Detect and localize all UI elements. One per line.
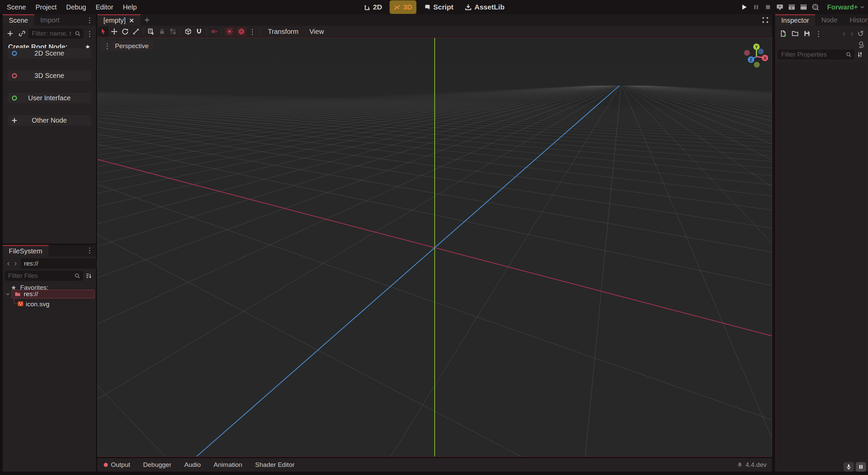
expand-viewport-icon[interactable] [758, 17, 772, 23]
list-select-button[interactable] [146, 27, 156, 36]
history-back-icon[interactable]: ‹ [840, 29, 848, 38]
filesystem-tabbar: FileSystem ⋮ [3, 245, 96, 256]
nav-forward-icon[interactable]: › [12, 259, 19, 268]
output-panel-button[interactable]: Output [97, 461, 137, 469]
scene-toolbar-menu-icon[interactable]: ⋮ [83, 30, 94, 37]
play-button[interactable] [740, 3, 749, 12]
search-icon [846, 51, 852, 58]
stop-button[interactable] [764, 3, 772, 12]
renderer-dropdown[interactable]: Forward+ [827, 3, 865, 11]
filter-properties-input[interactable] [778, 49, 854, 60]
use-snap-button[interactable] [194, 27, 204, 36]
close-icon[interactable]: ✕ [129, 17, 134, 24]
scene-dock-menu-icon[interactable]: ⋮ [83, 17, 96, 24]
play-current-scene-button[interactable] [787, 3, 796, 12]
viewport-3d[interactable]: ⋮ Perspective Y X Z [97, 38, 772, 457]
gizmo-x-label: X [764, 56, 766, 61]
version-info[interactable]: 4.4.dev [737, 461, 772, 469]
movie-maker-button[interactable] [811, 3, 820, 12]
menu-debug[interactable]: Debug [61, 0, 91, 14]
pause-overlay-button[interactable] [856, 462, 866, 472]
filesystem-path-input[interactable] [21, 259, 111, 269]
new-scene-tab-button[interactable]: + [140, 14, 154, 26]
filter-files-input[interactable] [5, 271, 83, 281]
gizmo-z-label: Z [750, 58, 752, 62]
select-mode-button[interactable] [98, 27, 108, 36]
lock-selected-button[interactable] [157, 27, 167, 36]
rotate-mode-button[interactable] [120, 27, 130, 36]
group-selected-button[interactable] [168, 27, 178, 36]
filesystem-menu-icon[interactable]: ⋮ [83, 247, 96, 254]
filesystem-filter-row [3, 270, 96, 281]
scene-tab-label: [empty] [103, 17, 126, 24]
menu-help[interactable]: Help [118, 0, 141, 14]
save-icon[interactable] [802, 29, 812, 38]
load-resource-folder-icon[interactable] [790, 29, 800, 38]
create-root-3d-button[interactable]: 3D Scene [7, 70, 91, 81]
tab-2d[interactable]: 2D [359, 0, 386, 14]
gizmo-neg-y-ball[interactable] [754, 62, 760, 68]
view-gizmo[interactable]: Y X Z [738, 38, 775, 75]
audio-panel-button[interactable]: Audio [178, 461, 208, 469]
add-node-icon[interactable] [5, 29, 15, 38]
menu-project[interactable]: Project [31, 0, 61, 14]
preview-environment-button[interactable] [236, 27, 246, 36]
filesystem-nav: ‹ › [3, 258, 96, 269]
tab-node[interactable]: Node [815, 14, 844, 26]
tab-2d-label: 2D [373, 3, 382, 11]
scene-dock-tabbar: Scene Import ⋮ [3, 14, 96, 26]
play-scene-button[interactable] [775, 3, 784, 12]
view-menu[interactable]: View [304, 26, 329, 37]
chevron-down-icon[interactable] [5, 292, 10, 296]
tab-import-dock[interactable]: Import [34, 14, 66, 26]
play-custom-scene-button[interactable] [799, 3, 808, 12]
microphone-button[interactable] [844, 462, 854, 472]
tab-script[interactable]: Script [420, 0, 458, 14]
pause-button[interactable] [752, 3, 761, 12]
tab-3d[interactable]: 3D [390, 0, 416, 14]
view-menu-chip[interactable]: ⋮ Perspective [100, 41, 153, 51]
create-root-2d-button[interactable]: 2D Scene [7, 48, 91, 59]
open-docs-icon[interactable] [858, 41, 865, 48]
window-left-edge [0, 14, 3, 475]
object-history-icon[interactable]: ↺ [856, 29, 865, 38]
scene-tab-empty[interactable]: [empty] ✕ [97, 14, 140, 26]
menu-scene[interactable]: Scene [2, 0, 31, 14]
instance-scene-link-icon[interactable] [17, 29, 27, 38]
scale-mode-button[interactable] [131, 27, 141, 36]
preview-sunlight-button[interactable] [224, 27, 235, 36]
output-dot-icon [104, 463, 108, 467]
preview-camera-button[interactable] [209, 27, 219, 36]
gizmo-neg-z-ball[interactable] [758, 49, 764, 55]
tab-assetlib[interactable]: AssetLib [461, 0, 509, 14]
file-sort-icon[interactable] [83, 271, 94, 281]
debugger-panel-button[interactable]: Debugger [137, 461, 178, 469]
tab-filesystem[interactable]: FileSystem [3, 245, 48, 256]
menu-editor[interactable]: Editor [91, 0, 118, 14]
move-mode-button[interactable] [109, 27, 119, 36]
tab-strip-row: Scene Import ⋮ [empty] ✕ + Inspector Nod… [0, 14, 868, 26]
3d-axes-icon [394, 4, 400, 11]
toolbar-separator [222, 28, 222, 35]
nav-back-icon[interactable]: ‹ [5, 259, 12, 268]
sun-env-settings-icon[interactable]: ⋮ [247, 28, 258, 35]
tab-inspector[interactable]: Inspector [775, 14, 815, 26]
tab-scene-dock[interactable]: Scene [3, 14, 34, 26]
window-bottom-edge [0, 472, 868, 475]
gizmo-neg-x-ball[interactable] [744, 50, 750, 56]
output-label: Output [111, 461, 130, 469]
resource-menu-icon[interactable]: ⋮ [812, 30, 825, 37]
transform-menu[interactable]: Transform [262, 26, 304, 37]
create-root-other-button[interactable]: Other Node [7, 115, 91, 126]
tree-row-icon-svg[interactable]: icon.svg [3, 300, 96, 308]
use-local-space-button[interactable] [183, 27, 193, 36]
create-root-ui-button[interactable]: User Interface [7, 93, 91, 103]
new-resource-icon[interactable] [778, 29, 788, 38]
tab-history[interactable]: History [844, 14, 868, 26]
animation-panel-button[interactable]: Animation [207, 461, 249, 469]
shader-editor-panel-button[interactable]: Shader Editor [249, 461, 301, 469]
tab-script-label: Script [433, 3, 454, 11]
history-forward-icon[interactable]: › [848, 29, 856, 38]
main-screen-tabs: 2D 3D Script AssetLib [359, 0, 509, 14]
property-tool-icon[interactable] [855, 50, 865, 59]
